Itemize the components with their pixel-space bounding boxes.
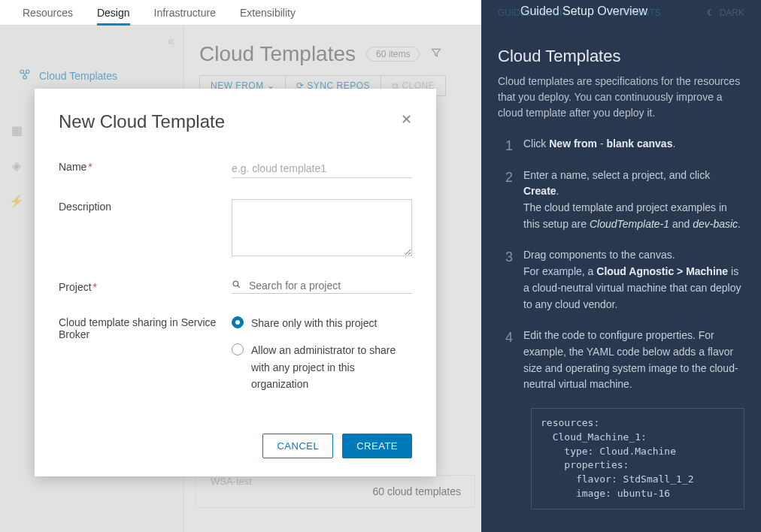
contents-tab[interactable]: CONTENTS [611, 8, 661, 18]
radio-share-project[interactable]: Share only with this project [232, 315, 412, 331]
dialog-title: New Cloud Template [59, 111, 225, 132]
cancel-button[interactable]: CANCEL [262, 434, 333, 458]
page-title: Cloud Templates [199, 42, 356, 66]
guide-title: Cloud Templates [498, 47, 744, 66]
guide-step-3: 3 Drag components to the canvas. For exa… [498, 247, 744, 313]
svg-point-2 [23, 76, 27, 80]
guide-step-1: 1 Click New from - blank canvas. [498, 136, 744, 153]
content-footer-bar: 60 cloud templates [196, 475, 475, 508]
close-icon[interactable]: ✕ [401, 111, 412, 128]
search-icon [232, 280, 244, 292]
filter-icon[interactable] [430, 47, 442, 62]
guided-setup-panel: GUIDED SETUP CONTENTS ☾DARK Guided Setup… [481, 0, 761, 532]
description-label: Description [59, 199, 232, 213]
description-textarea[interactable] [232, 199, 412, 256]
sharing-label: Cloud template sharing in Service Broker [59, 315, 232, 340]
create-button[interactable]: CREATE [342, 434, 412, 458]
project-search-input[interactable] [249, 280, 408, 292]
sidebar-item-cloud-templates[interactable]: Cloud Templates [0, 60, 183, 91]
dark-mode-toggle[interactable]: ☾DARK [707, 8, 744, 18]
collapse-sidebar-icon[interactable]: « [168, 35, 174, 48]
radio-icon-unchecked [232, 343, 244, 355]
bolt-icon[interactable]: ⚡ [9, 194, 24, 208]
sidebar-item-label: Cloud Templates [39, 70, 117, 82]
yaml-code-block: resources: Cloud_Machine_1: type: Cloud.… [531, 408, 744, 509]
tab-resources[interactable]: Resources [23, 1, 73, 25]
item-count-badge: 60 items [366, 47, 420, 62]
svg-point-1 [26, 70, 30, 74]
new-cloud-template-dialog: New Cloud Template ✕ Name* Description P… [35, 89, 436, 476]
footer-count: 60 cloud templates [372, 485, 461, 497]
radio-icon-checked [232, 316, 244, 328]
guided-setup-tab[interactable]: GUIDED SETUP [498, 8, 565, 18]
grid-icon[interactable]: ▦ [11, 123, 23, 138]
moon-icon: ☾ [707, 8, 715, 18]
guide-steps: 1 Click New from - blank canvas. 2 Enter… [498, 136, 744, 393]
name-input[interactable] [232, 159, 412, 178]
name-label: Name* [59, 159, 232, 173]
radio-share-admin[interactable]: Allow an administrator to share with any… [232, 342, 412, 392]
guide-step-2: 2 Enter a name, select a project, and cl… [498, 168, 744, 233]
cluster-icon [18, 68, 32, 83]
tab-extensibility[interactable]: Extensibility [240, 1, 296, 25]
project-label: Project* [59, 280, 232, 293]
guide-intro: Cloud templates are specifications for t… [498, 74, 744, 121]
svg-point-3 [233, 281, 238, 286]
box-icon[interactable]: ◈ [12, 159, 21, 173]
svg-point-0 [20, 70, 24, 74]
guide-step-4: 4 Edit the code to configure properties.… [498, 328, 744, 393]
tab-infrastructure[interactable]: Infrastructure [154, 1, 216, 25]
tab-design[interactable]: Design [97, 1, 130, 25]
